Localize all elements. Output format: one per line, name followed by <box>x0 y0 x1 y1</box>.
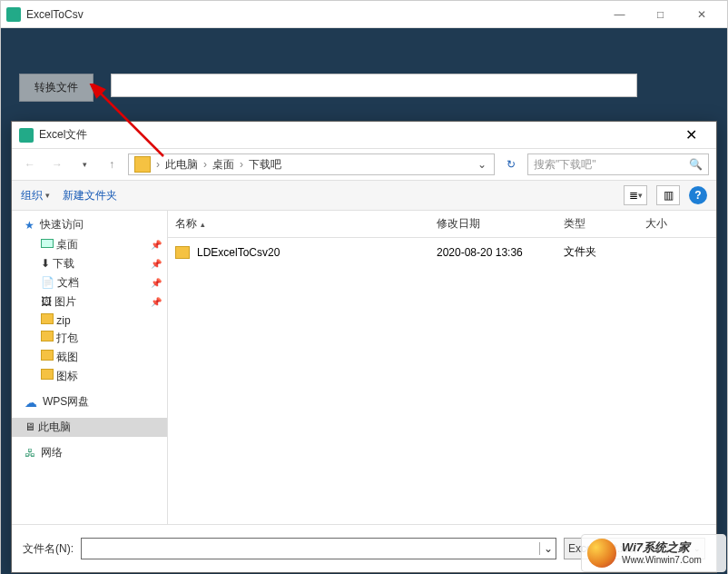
dialog-content: ★快速访问 桌面📌 ⬇ 下载📌 📄 文档📌 🖼 图片📌 zip 打包 截图 图标… <box>12 211 716 524</box>
organize-menu[interactable]: 组织▾ <box>21 188 50 203</box>
filename-input[interactable]: ⌄ <box>81 538 556 559</box>
new-folder-button[interactable]: 新建文件夹 <box>63 188 117 203</box>
main-titlebar: ExcelToCsv — □ ✕ <box>1 1 727 28</box>
column-type[interactable]: 类型 <box>564 216 645 232</box>
breadcrumb-dropdown[interactable]: ⌄ <box>472 158 492 171</box>
sidebar-quick-access[interactable]: ★快速访问 <box>12 214 167 235</box>
column-name[interactable]: 名称 ▴ <box>175 216 437 232</box>
sidebar-item-documents[interactable]: 📄 文档📌 <box>12 273 167 292</box>
column-date[interactable]: 修改日期 <box>437 216 564 232</box>
sidebar-item-downloads[interactable]: ⬇ 下载📌 <box>12 254 167 273</box>
sidebar-network[interactable]: 🖧网络 <box>12 442 167 463</box>
file-path-input[interactable] <box>111 74 637 97</box>
watermark-url: Www.Winwin7.Com <box>622 555 702 566</box>
watermark: Wi7系统之家 Www.Winwin7.Com <box>581 534 726 572</box>
sidebar-wps[interactable]: ☁WPS网盘 <box>12 391 167 412</box>
pin-icon: 📌 <box>151 297 162 307</box>
sidebar-item-pictures[interactable]: 🖼 图片📌 <box>12 292 167 312</box>
nav-history-dropdown[interactable]: ▾ <box>74 153 95 175</box>
breadcrumb-seg-2[interactable]: 下载吧 <box>245 157 285 173</box>
nav-row: ← → ▾ ↑ › 此电脑 › 桌面 › 下载吧 ⌄ ↻ 搜索"下载吧" 🔍 <box>12 149 716 180</box>
preview-pane-button[interactable]: ▥ <box>656 185 680 205</box>
dialog-titlebar: Excel文件 ✕ <box>12 122 716 149</box>
search-input[interactable]: 搜索"下载吧" 🔍 <box>527 153 709 175</box>
pin-icon: 📌 <box>151 240 162 250</box>
sidebar-this-pc[interactable]: 🖥 此电脑 <box>12 418 167 437</box>
file-row[interactable]: LDExcelToCsv20 2020-08-20 13:36 文件夹 <box>175 242 709 262</box>
sidebar-item-pack[interactable]: 打包 <box>12 329 167 348</box>
file-open-dialog: Excel文件 ✕ ← → ▾ ↑ › 此电脑 › 桌面 › 下载吧 ⌄ ↻ 搜… <box>11 121 717 573</box>
file-area: 名称 ▴ 修改日期 类型 大小 LDExcelToCsv20 2020-08-2… <box>168 211 716 524</box>
folder-icon <box>134 156 151 173</box>
breadcrumb[interactable]: › 此电脑 › 桌面 › 下载吧 ⌄ <box>128 153 495 175</box>
dialog-close-button[interactable]: ✕ <box>673 123 709 148</box>
search-icon: 🔍 <box>689 158 703 171</box>
folder-icon <box>175 246 190 259</box>
file-list[interactable]: LDExcelToCsv20 2020-08-20 13:36 文件夹 <box>168 238 716 524</box>
nav-back-button[interactable]: ← <box>19 153 41 175</box>
watermark-logo <box>587 539 616 568</box>
breadcrumb-seg-0[interactable]: 此电脑 <box>162 157 202 173</box>
chevron-right-icon: › <box>154 158 162 171</box>
watermark-title: Wi7系统之家 <box>622 540 702 555</box>
app-title: ExcelToCsv <box>26 8 599 21</box>
help-button[interactable]: ? <box>689 186 707 204</box>
file-type: 文件夹 <box>564 244 645 260</box>
file-header: 名称 ▴ 修改日期 类型 大小 <box>168 211 716 238</box>
sort-asc-icon: ▴ <box>201 220 205 229</box>
sidebar: ★快速访问 桌面📌 ⬇ 下载📌 📄 文档📌 🖼 图片📌 zip 打包 截图 图标… <box>12 211 168 524</box>
refresh-button[interactable]: ↻ <box>500 153 522 175</box>
dialog-title: Excel文件 <box>39 127 673 143</box>
pin-icon: 📌 <box>151 278 162 288</box>
nav-up-button[interactable]: ↑ <box>101 153 123 175</box>
convert-file-button[interactable]: 转换文件 <box>19 74 93 102</box>
chevron-down-icon[interactable]: ⌄ <box>539 542 556 555</box>
sidebar-item-icons[interactable]: 图标 <box>12 367 167 386</box>
minimize-button[interactable]: — <box>599 1 640 28</box>
file-name: LDExcelToCsv20 <box>197 246 437 259</box>
dialog-icon <box>19 128 34 143</box>
chevron-right-icon: › <box>202 158 209 171</box>
sidebar-item-zip[interactable]: zip <box>12 312 167 329</box>
maximize-button[interactable]: □ <box>640 1 681 28</box>
close-button[interactable]: ✕ <box>681 1 722 28</box>
column-size[interactable]: 大小 <box>645 216 709 232</box>
chevron-right-icon: › <box>238 158 245 171</box>
nav-forward-button[interactable]: → <box>46 153 68 175</box>
sidebar-item-screenshot[interactable]: 截图 <box>12 348 167 367</box>
pin-icon: 📌 <box>151 259 162 269</box>
sidebar-item-desktop[interactable]: 桌面📌 <box>12 235 167 254</box>
search-placeholder: 搜索"下载吧" <box>534 157 689 173</box>
filename-label: 文件名(N): <box>23 541 74 557</box>
view-options-button[interactable]: ≣ ▾ <box>624 185 647 205</box>
toolbar: 组织▾ 新建文件夹 ≣ ▾ ▥ ? <box>12 180 716 211</box>
file-date: 2020-08-20 13:36 <box>437 246 564 259</box>
breadcrumb-seg-1[interactable]: 桌面 <box>209 157 238 173</box>
app-icon <box>6 7 21 22</box>
